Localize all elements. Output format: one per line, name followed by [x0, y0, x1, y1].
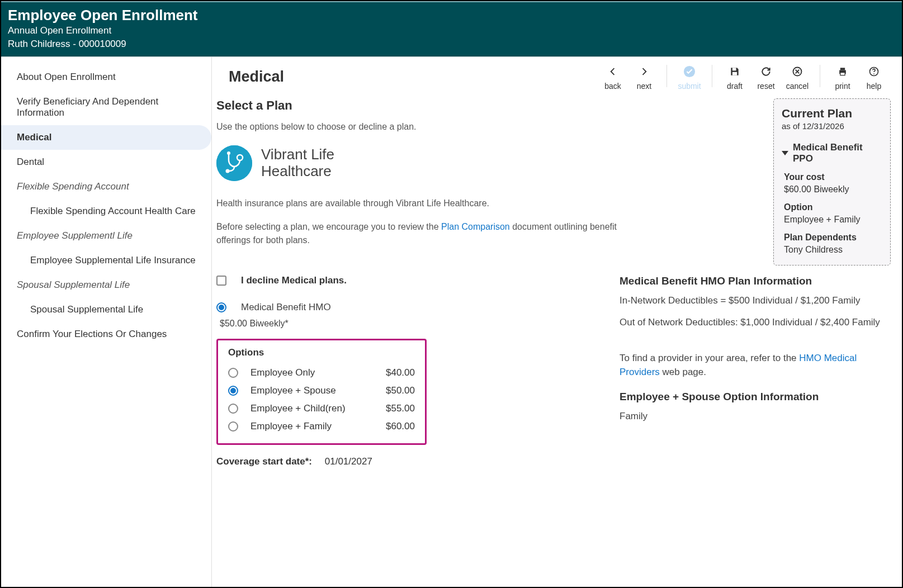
- option-row-3[interactable]: Employee + Family$60.00: [228, 418, 415, 435]
- decline-checkbox[interactable]: [216, 276, 226, 286]
- page-title: Medical: [229, 68, 284, 86]
- print-icon: [837, 65, 848, 78]
- svg-point-12: [226, 169, 230, 173]
- save-icon: [729, 65, 740, 78]
- svg-point-8: [873, 73, 874, 74]
- option-radio[interactable]: [228, 386, 238, 396]
- cancel-icon: [792, 65, 803, 78]
- content-scroll[interactable]: Current Plan as of 12/31/2026 Medical Be…: [212, 98, 902, 588]
- hmo-info-heading: Medical Benefit HMO Plan Information: [620, 275, 894, 287]
- sidebar-nav: About Open EnrollmentVerify Beneficiary …: [1, 57, 211, 588]
- arrow-right-icon: [639, 65, 650, 78]
- options-title: Options: [228, 347, 415, 358]
- coverage-label: Coverage start date*:: [216, 456, 312, 467]
- svg-rect-1: [732, 68, 736, 70]
- instruction-text: Use the options below to choose or decli…: [216, 122, 619, 132]
- sidebar-item-3[interactable]: Dental: [1, 150, 211, 174]
- option-label: Employee + Spouse: [250, 385, 376, 396]
- sidebar-item-10[interactable]: Confirm Your Elections Or Changes: [1, 322, 211, 347]
- reset-button[interactable]: reset: [750, 65, 782, 91]
- description-1: Health insurance plans are available thr…: [216, 197, 619, 210]
- stethoscope-icon: [216, 145, 252, 181]
- cost-value: $60.00 Biweekly: [784, 184, 882, 195]
- sidebar-item-2[interactable]: Medical: [1, 125, 211, 150]
- sidebar-item-8: Spousal Supplemental Life: [1, 273, 211, 297]
- current-plan-toggle[interactable]: Medical Benefit PPO: [782, 142, 882, 164]
- plan-radio[interactable]: [216, 302, 226, 312]
- help-icon: [868, 65, 880, 78]
- option-label: Employee + Child(ren): [250, 403, 376, 414]
- main-panel: Medical back next: [212, 57, 902, 588]
- help-button[interactable]: help: [858, 65, 890, 91]
- option-price: $40.00: [376, 367, 415, 378]
- provider-link-row: To find a provider in your area, refer t…: [620, 352, 894, 379]
- option-price: $50.00: [376, 385, 415, 396]
- provider-name: Vibrant Life Healthcare: [261, 146, 334, 180]
- triangle-down-icon: [782, 151, 788, 155]
- sidebar-item-4: Flexible Spending Account: [1, 174, 211, 199]
- sidebar-item-5[interactable]: Flexible Spending Account Health Care: [1, 199, 211, 224]
- sidebar-item-1[interactable]: Verify Beneficiary And Dependent Informa…: [1, 89, 211, 125]
- app-header: Employee Open Enrollment Annual Open Enr…: [1, 1, 902, 56]
- provider-block: Vibrant Life Healthcare: [216, 145, 619, 181]
- back-button[interactable]: back: [597, 65, 628, 91]
- plan-name: Medical Benefit HMO: [241, 302, 331, 313]
- hmo-out-network: Out of Network Deductibles: $1,000 Indiv…: [620, 316, 894, 330]
- option-label: Employee + Family: [250, 421, 376, 432]
- option-label: Option: [784, 202, 882, 212]
- option-row-0[interactable]: Employee Only$40.00: [228, 364, 415, 382]
- decline-label: I decline Medical plans.: [241, 275, 347, 286]
- toolbar: Medical back next: [212, 57, 902, 98]
- print-button[interactable]: print: [827, 65, 858, 91]
- sidebar-item-9[interactable]: Spousal Supplemental Life: [1, 297, 211, 322]
- svg-rect-5: [840, 68, 845, 70]
- check-circle-icon: [683, 65, 696, 78]
- option-price: $60.00: [376, 421, 415, 432]
- dependents-label: Plan Dependents: [784, 233, 882, 243]
- refresh-icon: [760, 65, 772, 78]
- plan-comparison-link[interactable]: Plan Comparison: [441, 222, 510, 231]
- header-user: Ruth Childress - 000010009: [8, 39, 895, 50]
- option-info-line: Family: [620, 410, 894, 424]
- sidebar-item-7[interactable]: Employee Supplemental Life Insurance: [1, 248, 211, 273]
- option-row-1[interactable]: Employee + Spouse$50.00: [228, 382, 415, 400]
- cost-label: Your cost: [784, 172, 882, 182]
- dependents-value: Tony Childress: [784, 245, 882, 255]
- option-info-heading: Employee + Spouse Option Information: [620, 391, 894, 403]
- current-plan-card: Current Plan as of 12/31/2026 Medical Be…: [773, 98, 891, 265]
- sidebar-item-6: Employee Supplementl Life: [1, 224, 211, 248]
- svg-rect-6: [840, 73, 845, 75]
- cancel-button[interactable]: cancel: [782, 65, 813, 91]
- coverage-value: 01/01/2027: [325, 456, 372, 467]
- description-2: Before selecting a plan, we encourage yo…: [216, 220, 619, 247]
- decline-row[interactable]: I decline Medical plans.: [216, 275, 603, 286]
- option-radio[interactable]: [228, 421, 238, 431]
- arrow-left-icon: [607, 65, 618, 78]
- user-name: Ruth Childress: [8, 39, 70, 49]
- option-radio[interactable]: [228, 404, 238, 414]
- option-price: $55.00: [376, 403, 415, 414]
- plan-radio-row[interactable]: Medical Benefit HMO: [216, 302, 603, 313]
- plan-cost: $50.00 Biweekly*: [220, 319, 603, 329]
- current-plan-title: Current Plan: [782, 107, 882, 120]
- user-id: 000010009: [79, 39, 126, 49]
- select-plan-heading: Select a Plan: [216, 98, 619, 113]
- sidebar-item-0[interactable]: About Open Enrollment: [1, 65, 211, 89]
- option-row-2[interactable]: Employee + Child(ren)$55.00: [228, 400, 415, 418]
- next-button[interactable]: next: [628, 65, 660, 91]
- svg-point-9: [216, 145, 252, 181]
- hmo-in-network: In-Network Deductibles = $500 Individual…: [620, 294, 894, 308]
- options-box: Options Employee Only$40.00Employee + Sp…: [216, 339, 427, 445]
- coverage-row: Coverage start date*: 01/01/2027: [216, 456, 603, 467]
- header-subtitle: Annual Open Enrollment: [8, 25, 895, 36]
- option-radio[interactable]: [228, 368, 238, 378]
- header-title: Employee Open Enrollment: [8, 7, 895, 24]
- draft-button[interactable]: draft: [719, 65, 750, 91]
- svg-rect-2: [732, 72, 737, 75]
- option-label: Employee Only: [250, 367, 376, 378]
- svg-point-10: [227, 151, 230, 155]
- option-value: Employee + Family: [784, 215, 882, 225]
- submit-button[interactable]: submit: [674, 65, 705, 91]
- current-plan-asof: as of 12/31/2026: [782, 121, 882, 131]
